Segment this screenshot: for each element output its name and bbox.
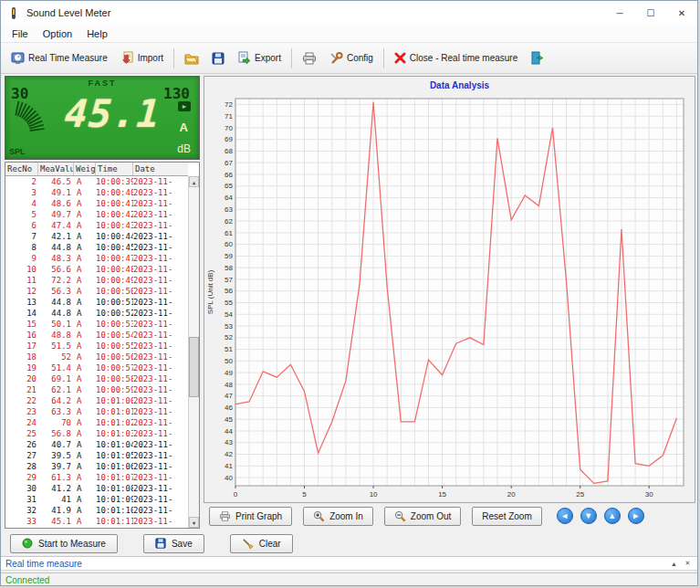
table-row[interactable]: 1852A10:00:562023-11- [5,352,188,362]
import-button[interactable]: Import [114,47,170,69]
svg-text:47: 47 [225,392,233,400]
statusbar: Connected [1,572,697,586]
table-row[interactable]: 742.1A10:00:442023-11- [5,231,188,242]
export-icon [237,51,251,65]
lcd-scale-max: 130 [163,85,190,102]
table-row[interactable]: 3241.9A10:01:102023-11- [5,505,188,516]
svg-text:49: 49 [225,369,233,377]
svg-text:Data Analysis: Data Analysis [430,80,490,90]
titlebar: Sound Level Meter ─ ☐ ✕ [1,1,697,25]
table-row[interactable]: 246.5A10:00:392023-11- [5,176,188,187]
table-row[interactable]: 2069.1A10:00:582023-11- [5,373,188,384]
table-row[interactable]: 2470A10:01:022023-11- [5,417,188,428]
save-button[interactable]: Save [143,534,204,553]
table-row[interactable]: 1172.2A10:00:492023-11- [5,275,188,286]
table-row[interactable]: 549.7A10:00:422023-11- [5,209,188,220]
svg-text:58: 58 [225,264,233,272]
table-row[interactable]: 1951.4A10:00:572023-11- [5,362,188,373]
scroll-thumb[interactable] [189,337,199,397]
clear-button[interactable]: Clear [230,534,293,553]
close-real-time-button[interactable]: Close - Real time measure [388,47,524,68]
svg-text:60: 60 [225,240,233,248]
svg-text:51: 51 [225,345,233,353]
column-header-weigh[interactable]: Weigh [74,163,96,175]
svg-text:52: 52 [225,333,233,341]
table-row[interactable]: 2739.5A10:01:052023-11- [5,450,188,461]
column-header-date[interactable]: Date [133,163,188,175]
table-row[interactable]: 1444.8A10:00:522023-11- [5,308,188,319]
save-file-button[interactable] [205,47,231,69]
svg-text:46: 46 [225,404,233,412]
broom-icon [242,538,254,550]
svg-text:40: 40 [225,474,233,482]
export-button[interactable]: Export [231,47,287,69]
zoom-in-button[interactable]: Zoom In [303,507,373,526]
config-icon [329,51,343,65]
lcd-metric-label: SPL [9,147,26,156]
table-row[interactable]: 2640.7A10:01:042023-11- [5,439,188,450]
app-window: Sound Level Meter ─ ☐ ✕ FileOptionHelp R… [0,0,698,586]
table-row[interactable]: 349.1A10:00:402023-11- [5,187,188,198]
column-header-meavalue[interactable]: MeaValue [38,163,74,175]
column-header-recno[interactable]: RecNo [5,163,38,175]
menu-help[interactable]: Help [79,26,115,41]
table-row[interactable]: 1344.8A10:00:512023-11- [5,297,188,308]
table-row[interactable]: 2162.1A10:00:592023-11- [5,384,188,395]
real-time-measure-tab[interactable]: Real time measure [1,559,82,569]
save-label: Save [172,539,193,549]
right-panel: 4041424344454647484950515253545556575859… [204,76,695,529]
exit-button[interactable] [524,47,550,69]
table-row[interactable]: 2839.7A10:01:062023-11- [5,461,188,472]
table-row[interactable]: 948.3A10:00:472023-11- [5,253,188,264]
svg-text:66: 66 [225,171,233,179]
data-analysis-chart[interactable]: 4041424344454647484950515253545556575859… [204,76,695,503]
chart-controls: Print Graph Zoom In Zoom Out Reset Zoom … [204,503,695,529]
table-row[interactable]: 1056.6A10:00:482023-11- [5,264,188,275]
close-panel-icon[interactable]: ✕ [682,558,694,569]
open-file-button[interactable] [178,47,205,69]
config-button[interactable]: Config [323,47,380,69]
table-row[interactable]: 3041.2A10:01:082023-11- [5,483,188,494]
menu-file[interactable]: File [5,26,36,41]
maximize-button[interactable]: ☐ [635,1,666,25]
connection-status: Connected [1,575,49,585]
real-time-measure-button[interactable]: Real Time Measure [5,47,114,69]
pan-left-button[interactable]: ◄ [557,508,573,524]
table-row[interactable]: 448.6A10:00:412023-11- [5,198,188,209]
menu-option[interactable]: Option [36,26,79,41]
table-row[interactable]: 2556.8A10:01:032023-11- [5,428,188,439]
zoom-out-button[interactable]: Zoom Out [384,507,461,526]
table-row[interactable]: 3345.1A10:01:112023-11- [5,516,188,527]
folder-open-icon [184,52,199,65]
lcd-value: 45.1 [63,91,162,136]
table-row[interactable]: 1751.5A10:00:552023-11- [5,341,188,352]
scroll-up-icon[interactable]: ▲ [189,176,199,187]
table-row[interactable]: 844.8A10:00:452023-11- [5,242,188,253]
scroll-down-icon[interactable]: ▼ [189,517,199,528]
reset-zoom-button[interactable]: Reset Zoom [472,507,541,526]
svg-text:59: 59 [225,252,233,260]
table-row[interactable]: 3141A10:01:092023-11- [5,494,188,505]
table-row[interactable]: 647.4A10:00:432023-11- [5,220,188,231]
table-row[interactable]: 2363.3A10:01:012023-11- [5,406,188,417]
minimize-button[interactable]: ─ [604,1,635,25]
pan-right-button[interactable]: ► [628,508,644,524]
close-button[interactable]: ✕ [666,1,697,25]
svg-text:50: 50 [225,357,233,365]
table-row[interactable]: 1648.8A10:00:542023-11- [5,330,188,341]
column-header-time[interactable]: Time [96,163,133,175]
svg-text:5: 5 [302,490,307,499]
pan-down-button[interactable]: ▼ [580,508,597,524]
print-button[interactable] [296,47,323,69]
svg-text:44: 44 [225,427,233,436]
start-measure-button[interactable]: Start to Measure [10,534,118,553]
table-scrollbar[interactable]: ▲ ▼ [188,176,199,528]
table-row[interactable]: 1550.1A10:00:532023-11- [5,319,188,330]
table-body: 246.5A10:00:392023-11-349.1A10:00:402023… [5,176,188,529]
print-graph-button[interactable]: Print Graph [209,507,292,526]
pan-up-button[interactable]: ▲ [604,508,621,524]
table-row[interactable]: 2264.2A10:01:002023-11- [5,395,188,406]
table-row[interactable]: 2961.3A10:01:072023-11- [5,472,188,483]
table-row[interactable]: 1256.3A10:00:502023-11- [5,286,188,297]
pin-panel-icon[interactable]: ▲ [668,558,680,569]
